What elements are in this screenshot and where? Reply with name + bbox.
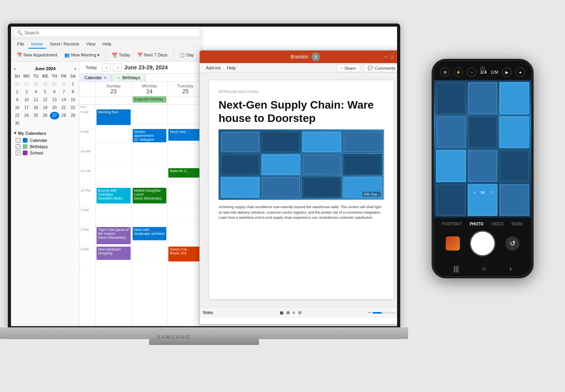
much-needed-event[interactable]: Much nee... (168, 129, 202, 141)
zoeys-cal-event[interactable]: Zoey's Cal...Room 103 (168, 247, 202, 261)
zoom-1x[interactable]: 1X (480, 191, 485, 194)
back-nav-button[interactable]: ‹ (509, 265, 512, 273)
tab-send-receive[interactable]: Send / Receive (47, 40, 82, 49)
prev-week-button[interactable]: ‹ (102, 63, 111, 72)
zoom-06[interactable]: ·6 (473, 191, 476, 194)
outlook-calendar-app: 🔍 Search File Home Send / Receive View H… (11, 27, 203, 329)
home-nav-button[interactable]: ○ (482, 265, 487, 273)
tab-view[interactable]: View (83, 40, 99, 49)
camera-filter-icon[interactable]: ● (516, 67, 525, 77)
flip-camera-button[interactable]: ↺ (505, 236, 519, 250)
sunday-header: Sunday 23 (95, 82, 131, 96)
all-day-row: Eugenia's birthday (80, 96, 203, 105)
ppt-tab-addins[interactable]: Add-ins (203, 64, 224, 72)
tab-home[interactable]: Home (28, 40, 46, 49)
comments-icon: 💬 (368, 65, 373, 71)
birthday-event-label: Eugenia's birthday (134, 97, 163, 101)
monday-slot-11[interactable] (132, 163, 168, 183)
morning-run-event[interactable]: Morning Run (97, 109, 131, 125)
restore-icon[interactable]: □ (390, 54, 393, 60)
new-appointment-button[interactable]: 📅 New Appointment (14, 51, 60, 59)
video-mode[interactable]: VIDEO (490, 221, 505, 227)
zoom-3[interactable]: ·3 (490, 191, 493, 194)
monday-slot-10[interactable] (132, 144, 168, 163)
school-checkbox[interactable]: ✓ (16, 151, 20, 155)
ppt-scrollbar-thumb[interactable] (400, 86, 400, 102)
sunday-slot-1[interactable] (96, 203, 131, 222)
photo-mode[interactable]: PHOTO (468, 221, 485, 227)
camera-flash-icon[interactable]: ⚡ (454, 67, 463, 77)
tuesday-slot-1[interactable] (168, 203, 203, 222)
recents-nav-button[interactable]: ||| (454, 265, 459, 273)
container-6 (261, 154, 301, 176)
camera-motion-icon[interactable]: ▶ (502, 67, 512, 77)
monday-slot-1[interactable] (132, 203, 168, 222)
normal-view-icon[interactable]: ▦ (280, 310, 283, 315)
ppt-action-bar: ↑ Share 💬 Comments (336, 64, 400, 72)
monday-slot-3[interactable] (132, 242, 168, 261)
search-bar[interactable]: 🔍 Search (14, 29, 200, 37)
tuesday-slot-2[interactable] (168, 222, 203, 242)
next-7-days-button[interactable]: 📅 Next 7 Days (135, 51, 170, 59)
birthdays-color-swatch (23, 144, 27, 149)
gallery-thumbnail[interactable] (446, 236, 460, 250)
tuesday-slot-8[interactable] (168, 105, 203, 124)
sunday-slot-11[interactable] (96, 163, 131, 183)
shutter-button[interactable] (471, 232, 494, 255)
next-week-button[interactable]: › (113, 63, 122, 72)
monday-slot-8[interactable] (132, 105, 168, 124)
tuesday-slot-10[interactable] (168, 144, 203, 163)
portrait-mode[interactable]: PORTRAIT (441, 221, 463, 227)
ppt-comments-button[interactable]: 💬 Comments (363, 64, 400, 72)
sunday-slot-10[interactable] (96, 144, 131, 163)
minimize-icon[interactable]: ─ (385, 54, 388, 60)
backpack-shopping-event[interactable]: New backpack shopping (97, 247, 131, 260)
tab-file[interactable]: File (14, 40, 27, 49)
birthdays-tab[interactable]: → Birthdays (112, 74, 146, 82)
tigers-game-event[interactable]: Tiger's last game of the seasonDavis Ele… (97, 227, 131, 244)
ppt-window-controls: ─ □ ✕ (385, 54, 400, 60)
tuesday-slot-12[interactable] (168, 183, 203, 203)
zoom-in-btn[interactable]: + (397, 310, 400, 315)
close-icon[interactable]: ✕ (396, 54, 400, 60)
calendar-tab[interactable]: Calendar ✕ (80, 74, 112, 82)
landscape-event[interactable]: Meet with landscape architect (133, 227, 167, 240)
prev-month-btn[interactable]: ‹ (14, 66, 16, 71)
today-nav-button[interactable]: Today (83, 64, 100, 71)
calendar-tab-close[interactable]: ✕ (104, 76, 107, 80)
brunch-event[interactable]: Brunch with GrandmaGoodall's Bistro (97, 188, 131, 203)
mother-daughter-event[interactable]: Mother-Daughter LunchDavis Elementary (133, 188, 167, 203)
vc-c6 (499, 116, 530, 149)
more-mode[interactable]: MORE (510, 221, 525, 227)
tab-help[interactable]: Help (99, 40, 115, 49)
ppt-scrollbar[interactable] (399, 86, 400, 321)
notes-btn[interactable]: Notes (203, 310, 213, 315)
camera-megapixel[interactable]: 12M (490, 70, 498, 74)
calendar-item-calendar[interactable]: ✓ Calendar (14, 137, 76, 143)
next-month-btn[interactable]: › (75, 66, 76, 71)
vc-c1 (436, 82, 467, 115)
time-12pm: 12 PM (80, 188, 95, 207)
ppt-share-button[interactable]: ↑ Share (336, 64, 360, 72)
dentist-event[interactable]: Dentist appointmentDr. Selegson (133, 129, 167, 142)
ppt-tab-help[interactable]: Help (224, 64, 239, 72)
eugenia-birthday[interactable]: Eugenia's birthday (133, 96, 167, 103)
today-button[interactable]: 📆 Today (109, 51, 133, 59)
zoom-out-btn[interactable]: ─ (368, 310, 371, 315)
camera-timer-icon[interactable]: ○ (467, 67, 476, 77)
grid-view-icon[interactable]: ⊞ (286, 310, 290, 315)
my-calendars-header[interactable]: ▾ My Calendars (14, 131, 76, 136)
reading-view-icon[interactable]: ≡ (293, 310, 295, 315)
new-meeting-button[interactable]: 👥 New Meeting ▾ (62, 51, 102, 59)
day-view-button[interactable]: 📋 Day (177, 51, 197, 59)
sunday-slot-9[interactable] (96, 124, 131, 144)
presenter-view-icon[interactable]: ⊟ (298, 310, 301, 315)
camera-settings-icon[interactable]: ⚙ (440, 67, 450, 77)
container-2 (261, 131, 301, 153)
calendar-checkbox[interactable]: ✓ (16, 138, 20, 143)
calendar-item-school[interactable]: ✓ School (14, 150, 76, 156)
bake-event[interactable]: Bake for Z... (168, 168, 202, 178)
birthdays-checkbox[interactable]: ✓ (16, 144, 20, 149)
zoom-slider[interactable] (372, 312, 396, 314)
calendar-item-birthdays[interactable]: ✓ Birthdays (14, 143, 76, 150)
